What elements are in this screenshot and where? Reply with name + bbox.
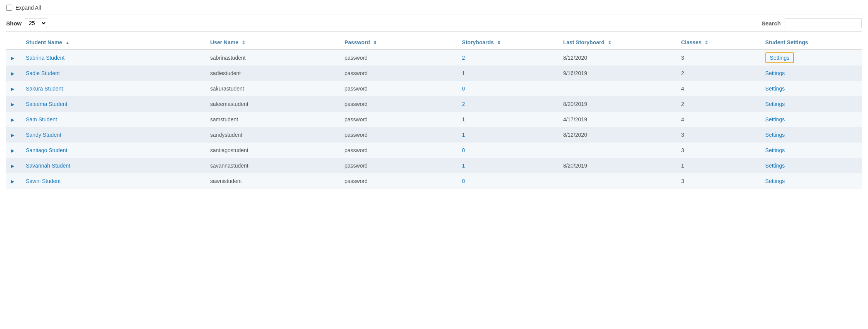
- storyboard-count[interactable]: 2: [462, 55, 465, 61]
- storyboard-count[interactable]: 1: [462, 70, 465, 76]
- password-cell: password: [340, 158, 458, 173]
- classes-cell: 4: [676, 112, 760, 127]
- classes-cell: 3: [676, 127, 760, 143]
- student-name-cell: Santiago Student: [21, 143, 206, 158]
- student-name-link[interactable]: Sadie Student: [26, 70, 60, 76]
- student-name-cell: Sawni Student: [21, 173, 206, 189]
- storyboards-cell: 1: [458, 65, 559, 81]
- table-body: ▶Sabrina Studentsabrinastudentpassword28…: [6, 50, 862, 189]
- username-cell: savannastudent: [206, 158, 340, 173]
- sort-both-icon-storyboards: ⇕: [497, 40, 501, 45]
- settings-button[interactable]: Settings: [765, 116, 785, 123]
- table-row: ▶Sam Studentsamstudentpassword14/17/2019…: [6, 112, 862, 127]
- settings-cell: Settings: [761, 96, 862, 112]
- student-name-link[interactable]: Sawni Student: [26, 178, 61, 184]
- search-control: Search: [762, 18, 862, 28]
- expand-row-button[interactable]: ▶: [11, 163, 14, 169]
- top-bar: Expand All: [6, 5, 862, 11]
- col-last-storyboard[interactable]: Last Storyboard ⇕: [559, 35, 677, 50]
- storyboard-count[interactable]: 0: [462, 86, 465, 92]
- expand-cell: ▶: [6, 50, 21, 65]
- table-row: ▶Sakura Studentsakurastudentpassword04Se…: [6, 81, 862, 96]
- settings-button[interactable]: Settings: [765, 178, 785, 184]
- storyboards-cell: 2: [458, 96, 559, 112]
- table-row: ▶Santiago Studentsantiagostudentpassword…: [6, 143, 862, 158]
- expand-row-button[interactable]: ▶: [11, 179, 14, 184]
- student-name-link[interactable]: Sam Student: [26, 116, 57, 123]
- col-user-name[interactable]: User Name ⇕: [206, 35, 340, 50]
- student-name-link[interactable]: Sabrina Student: [26, 55, 64, 61]
- settings-cell: Settings: [761, 173, 862, 189]
- expand-row-button[interactable]: ▶: [11, 148, 14, 153]
- sort-both-icon-laststoryboard: ⇕: [608, 40, 611, 45]
- expand-row-button[interactable]: ▶: [11, 71, 14, 76]
- settings-button[interactable]: Settings: [765, 147, 785, 153]
- expand-row-button[interactable]: ▶: [11, 133, 14, 138]
- settings-button[interactable]: Settings: [765, 52, 794, 63]
- settings-button[interactable]: Settings: [765, 101, 785, 107]
- storyboard-count[interactable]: 1: [462, 163, 465, 169]
- storyboard-count[interactable]: 0: [462, 178, 465, 184]
- search-input[interactable]: [785, 18, 862, 28]
- settings-cell: Settings: [761, 81, 862, 96]
- expand-cell: ▶: [6, 143, 21, 158]
- username-cell: sandystudent: [206, 127, 340, 143]
- student-name-link[interactable]: Sakura Student: [26, 86, 63, 92]
- student-name-cell: Sadie Student: [21, 65, 206, 81]
- expand-all-label[interactable]: Expand All: [6, 5, 41, 11]
- last-storyboard-cell: 8/12/2020: [559, 50, 677, 65]
- col-classes[interactable]: Classes ⇕: [676, 35, 760, 50]
- expand-row-button[interactable]: ▶: [11, 117, 14, 123]
- sort-both-icon-password: ⇕: [373, 40, 377, 45]
- table-row: ▶Saleema Studentsaleemastudentpassword28…: [6, 96, 862, 112]
- show-select[interactable]: 25 10 50 100: [25, 18, 47, 28]
- expand-row-button[interactable]: ▶: [11, 86, 14, 92]
- controls-bar: Show 25 10 50 100 Search: [6, 15, 862, 32]
- table-row: ▶Sandy Studentsandystudentpassword18/12/…: [6, 127, 862, 143]
- col-password[interactable]: Password ⇕: [340, 35, 458, 50]
- settings-button[interactable]: Settings: [765, 70, 785, 76]
- settings-cell: Settings: [761, 158, 862, 173]
- password-cell: password: [340, 173, 458, 189]
- sort-both-icon-username: ⇕: [241, 40, 245, 45]
- student-name-link[interactable]: Savannah Student: [26, 163, 70, 169]
- classes-cell: 2: [676, 96, 760, 112]
- username-cell: sakurastudent: [206, 81, 340, 96]
- settings-button[interactable]: Settings: [765, 163, 785, 169]
- password-cell: password: [340, 112, 458, 127]
- password-cell: password: [340, 127, 458, 143]
- table-row: ▶Sadie Studentsadiestudentpassword19/16/…: [6, 65, 862, 81]
- storyboard-count[interactable]: 1: [462, 116, 465, 123]
- student-name-link[interactable]: Saleema Student: [26, 101, 67, 107]
- student-name-cell: Savannah Student: [21, 158, 206, 173]
- student-name-link[interactable]: Sandy Student: [26, 132, 61, 138]
- student-name-cell: Sabrina Student: [21, 50, 206, 65]
- classes-cell: 2: [676, 65, 760, 81]
- expand-row-button[interactable]: ▶: [11, 102, 14, 107]
- settings-button[interactable]: Settings: [765, 86, 785, 92]
- expand-row-button[interactable]: ▶: [11, 55, 14, 61]
- storyboard-count[interactable]: 0: [462, 147, 465, 153]
- settings-button[interactable]: Settings: [765, 132, 785, 138]
- settings-cell: Settings: [761, 50, 862, 65]
- col-storyboards[interactable]: Storyboards ⇕: [458, 35, 559, 50]
- classes-cell: 3: [676, 143, 760, 158]
- show-label: Show: [6, 20, 22, 27]
- expand-cell: ▶: [6, 112, 21, 127]
- expand-all-checkbox[interactable]: [6, 5, 12, 11]
- password-cell: password: [340, 50, 458, 65]
- expand-cell: ▶: [6, 173, 21, 189]
- col-student-name[interactable]: Student Name ▲: [21, 35, 206, 50]
- expand-cell: ▶: [6, 81, 21, 96]
- student-name-cell: Sam Student: [21, 112, 206, 127]
- password-cell: password: [340, 96, 458, 112]
- storyboard-count[interactable]: 1: [462, 132, 465, 138]
- storyboard-count[interactable]: 2: [462, 101, 465, 107]
- storyboards-cell: 0: [458, 143, 559, 158]
- username-cell: sawnistudent: [206, 173, 340, 189]
- password-cell: password: [340, 65, 458, 81]
- classes-cell: 4: [676, 81, 760, 96]
- student-name-cell: Sandy Student: [21, 127, 206, 143]
- student-name-link[interactable]: Santiago Student: [26, 147, 67, 153]
- username-cell: sabrinastudent: [206, 50, 340, 65]
